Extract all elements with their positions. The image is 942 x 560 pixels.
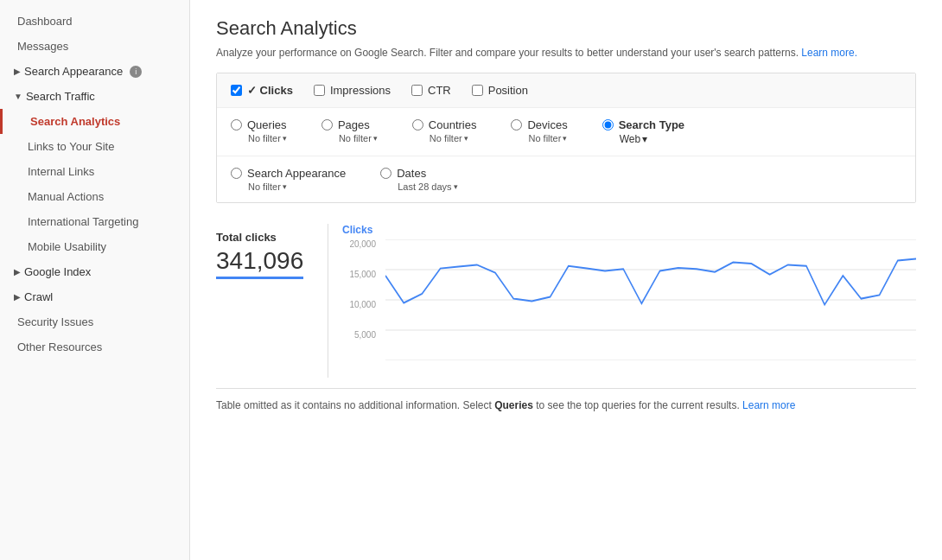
sidebar: Dashboard Messages ▶ Search Appearance i… [0, 0, 190, 560]
countries-radio[interactable] [412, 119, 423, 130]
other-resources-label: Other Resources [17, 340, 102, 353]
learn-more-link[interactable]: Learn more. [801, 47, 857, 59]
queries-filter[interactable]: No filter ▾ [248, 133, 287, 143]
sidebar-item-links-to-your-site[interactable]: Links to Your Site [0, 134, 189, 159]
devices-filter[interactable]: No filter ▾ [528, 133, 567, 143]
chart-area: Clicks 20,000 15,000 10,000 5,000 [342, 224, 916, 378]
devices-radio[interactable] [511, 119, 522, 130]
search-appearance-label: Search Appearance [24, 65, 123, 78]
table-learn-more-link[interactable]: Learn more [742, 399, 795, 411]
chevron-right-icon: ▶ [14, 67, 21, 76]
sidebar-item-dashboard[interactable]: Dashboard [0, 9, 189, 34]
ctr-checkbox[interactable] [411, 85, 423, 96]
devices-label: Devices [527, 118, 567, 131]
search-analytics-label: Search Analytics [30, 115, 120, 128]
mobile-usability-label: Mobile Usability [28, 240, 106, 253]
sidebar-item-crawl[interactable]: ▶ Crawl [0, 284, 189, 309]
position-checkbox-item[interactable]: Position [472, 84, 528, 97]
countries-filter[interactable]: No filter ▾ [430, 133, 468, 143]
page-description: Analyze your performance on Google Searc… [216, 47, 916, 59]
line-chart-svg [385, 239, 916, 360]
clicks-checkbox-item[interactable]: ✓ Clicks [231, 84, 293, 97]
search-traffic-label: Search Traffic [26, 90, 95, 103]
chevron-down-icon: ▼ [14, 92, 22, 101]
sidebar-item-search-appearance[interactable]: ▶ Search Appearance i [0, 59, 189, 84]
crawl-label: Crawl [24, 290, 53, 303]
ctr-checkbox-item[interactable]: CTR [411, 84, 451, 97]
chart-series-label: Clicks [342, 224, 916, 236]
dates-filter[interactable]: Last 28 days ▾ [398, 181, 457, 192]
y-axis: 20,000 15,000 10,000 5,000 [342, 239, 381, 360]
security-issues-label: Security Issues [17, 315, 93, 328]
dates-radio-item[interactable]: Dates Last 28 days ▾ [380, 167, 457, 192]
sidebar-item-international-targeting[interactable]: International Targeting [0, 209, 189, 234]
queries-label: Queries [247, 118, 287, 131]
table-note-bold: Queries [494, 399, 533, 411]
impressions-checkbox-label: Impressions [330, 84, 391, 97]
search-type-label: Search Type [619, 118, 684, 131]
position-checkbox-label: Position [488, 84, 528, 97]
total-clicks-label: Total clicks [216, 231, 314, 244]
dates-label: Dates [397, 167, 426, 180]
messages-label: Messages [17, 40, 68, 53]
filter-box: ✓ Clicks Impressions CTR Position Querie… [216, 73, 916, 203]
sidebar-item-search-analytics[interactable]: Search Analytics [0, 109, 189, 134]
dates-radio[interactable] [380, 168, 391, 179]
search-type-filter[interactable]: Web ▾ [620, 133, 647, 145]
sidebar-item-manual-actions[interactable]: Manual Actions [0, 184, 189, 209]
search-appearance-filter[interactable]: No filter ▾ [248, 181, 287, 192]
sidebar-item-mobile-usability[interactable]: Mobile Usability [0, 234, 189, 259]
ctr-checkbox-label: CTR [428, 84, 451, 97]
sidebar-item-internal-links[interactable]: Internal Links [0, 159, 189, 184]
queries-radio[interactable] [231, 119, 242, 130]
search-appearance-radio-item[interactable]: Search Appearance No filter ▾ [231, 167, 346, 192]
table-note: Table omitted as it contains no addition… [216, 388, 916, 411]
impressions-checkbox-item[interactable]: Impressions [314, 84, 391, 97]
total-value-box: Total clicks 341,096 [216, 224, 328, 378]
chart-container: 20,000 15,000 10,000 5,000 [342, 239, 916, 378]
pages-radio[interactable] [321, 119, 333, 130]
pages-filter[interactable]: No filter ▾ [339, 133, 378, 143]
devices-radio-item[interactable]: Devices No filter ▾ [511, 118, 567, 143]
radio-filter-row-2: Search Appearance No filter ▾ Dates Last… [217, 156, 915, 202]
pages-label: Pages [338, 118, 370, 131]
sidebar-item-messages[interactable]: Messages [0, 34, 189, 59]
info-icon: i [130, 66, 142, 78]
impressions-checkbox[interactable] [314, 85, 325, 96]
sidebar-item-search-traffic[interactable]: ▼ Search Traffic [0, 84, 189, 109]
search-appearance-filter-label: Search Appearance [247, 167, 346, 180]
countries-radio-item[interactable]: Countries No filter ▾ [412, 118, 477, 143]
sidebar-item-other-resources[interactable]: Other Resources [0, 334, 189, 360]
total-clicks-value: 341,096 [216, 247, 303, 279]
main-content: Search Analytics Analyze your performanc… [190, 0, 942, 560]
y-label-20000: 20,000 [342, 239, 381, 249]
position-checkbox[interactable] [472, 85, 483, 96]
manual-actions-label: Manual Actions [28, 190, 104, 203]
radio-filter-row-1: Queries No filter ▾ Pages No filter ▾ Co… [217, 108, 915, 156]
countries-label: Countries [429, 118, 477, 131]
chevron-right-icon-3: ▶ [14, 292, 21, 302]
dashboard-label: Dashboard [17, 15, 73, 28]
y-label-15000: 15,000 [342, 270, 381, 279]
links-label: Links to Your Site [28, 140, 114, 153]
google-index-label: Google Index [24, 265, 91, 278]
pages-radio-item[interactable]: Pages No filter ▾ [321, 118, 378, 143]
page-title: Search Analytics [216, 17, 916, 40]
search-type-radio[interactable] [602, 119, 614, 130]
clicks-checkbox-label: ✓ Clicks [247, 84, 293, 97]
sidebar-item-security-issues[interactable]: Security Issues [0, 309, 189, 334]
search-type-radio-item[interactable]: Search Type Web ▾ [602, 118, 684, 145]
chart-section: Total clicks 341,096 Clicks 20,000 15,00… [216, 224, 916, 378]
international-targeting-label: International Targeting [28, 215, 138, 228]
internal-links-label: Internal Links [28, 165, 94, 178]
clicks-checkbox[interactable] [231, 85, 242, 96]
checkbox-filter-row: ✓ Clicks Impressions CTR Position [217, 73, 915, 108]
chart-inner [385, 239, 916, 360]
y-label-10000: 10,000 [342, 300, 381, 309]
queries-radio-item[interactable]: Queries No filter ▾ [231, 118, 287, 143]
sidebar-item-google-index[interactable]: ▶ Google Index [0, 259, 189, 284]
chevron-right-icon-2: ▶ [14, 267, 21, 277]
y-label-5000: 5,000 [342, 330, 381, 340]
search-appearance-radio[interactable] [231, 168, 242, 179]
